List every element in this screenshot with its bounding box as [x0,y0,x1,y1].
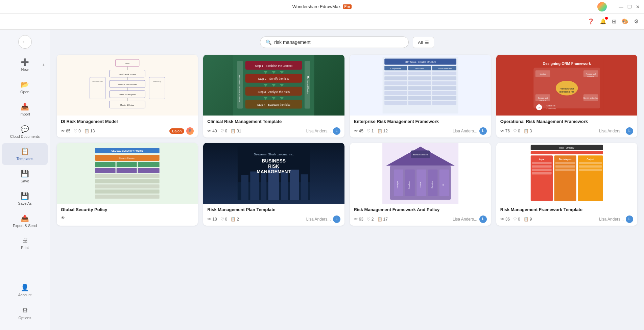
template-card-clinical[interactable]: Step 1 - Establish the Context Step 2 - … [203,55,344,137]
global-meta: 👁 — [61,215,194,220]
orm-author: Lisa Anders... L [599,127,633,135]
template-info-biz-risk: Risk Management Plan Template 👁 18 ♡ 0 📋 [203,204,344,226]
sidebar-item-account[interactable]: 👤 Account [4,279,46,301]
svg-text:Risk Areas: Risk Areas [415,68,424,70]
cloud-icon: 💬 [21,125,29,133]
search-bar[interactable]: 🔍 [260,36,409,48]
new-icon: ➕ [21,58,29,66]
template-card-rm-framework-policy[interactable]: Board of Directors Risk Mgmt Compliance … [350,143,491,226]
likes-icon: ♡ [220,217,224,222]
views-icon: 👁 [207,217,211,222]
user-avatar[interactable] [597,2,607,11]
new-plus-icon[interactable]: + [42,62,45,68]
svg-rect-65 [384,96,407,100]
views-icon: 👁 [500,129,504,133]
search-input[interactable] [274,40,403,45]
svg-text:measure: measure [587,75,594,77]
minimize-button[interactable]: — [619,4,623,9]
theme-icon[interactable]: 🎨 [622,18,628,25]
sidebar-item-open[interactable]: 📂 Open [2,76,48,98]
template-card-rm-strategy[interactable]: Risk - Strategy Input Techniques Output [496,143,637,226]
di-risk-thumb-content: Start Identify a risk process Assess & E… [57,55,198,116]
svg-rect-57 [408,81,431,85]
svg-rect-96 [95,162,116,167]
svg-rect-56 [384,81,407,85]
sidebar-item-export[interactable]: 📤 Export & Send [2,210,48,232]
svg-rect-101 [138,168,160,173]
sidebar-item-print[interactable]: 🖨 Print [2,232,48,254]
views-count: 65 [66,129,70,133]
biz-risk-author: Lisa Anders... L [306,215,340,223]
template-card-biz-risk[interactable]: Beejamin Shah Larona, Inc. BUSINESS RISK… [203,143,344,226]
orm-views: 👁 76 [500,129,510,133]
svg-text:Risk - Strategy: Risk - Strategy [559,147,574,149]
svg-text:Designing ORM Framework: Designing ORM Framework [543,61,591,66]
svg-text:Start: Start [125,62,129,65]
svg-text:Compliance: Compliance [408,180,410,188]
svg-rect-115 [301,174,308,200]
template-card-global[interactable]: GLOBAL SECURITY POLICY Security Category [57,143,198,226]
svg-rect-97 [117,162,137,167]
sidebar-item-cloud[interactable]: 💬 Cloud Documents [2,121,48,143]
sidebar-item-saveas[interactable]: 💾 Save As [2,188,48,209]
sidebar-item-import[interactable]: 📥 Import [2,99,48,120]
svg-rect-148 [532,172,552,175]
import-icon: 📥 [21,103,29,111]
sidebar-item-new[interactable]: ➕ New + [2,54,48,76]
author-avatar: L [479,127,487,135]
likes-count: 1 [372,129,374,133]
template-thumb-clinical: Step 1 - Establish the Context Step 2 - … [203,55,344,116]
orm-likes: ♡ 0 [513,129,520,133]
orm-meta: 👁 76 ♡ 0 📋 3 Lisa Anders... [500,127,633,135]
help-icon[interactable]: ❓ [588,18,594,25]
likes-icon: ♡ [367,129,371,133]
global-views: 👁 — [61,215,70,220]
sidebar-item-templates-label: Templates [16,157,33,161]
svg-rect-103 [95,179,160,183]
maximize-button[interactable]: ❐ [627,4,632,9]
template-thumb-global: GLOBAL SECURITY POLICY Security Category [57,143,198,204]
author-avatar: L [479,215,487,223]
copy-icon: 📋 [231,129,236,133]
template-card-enterprise[interactable]: ERP Areas - Detailed Structure Component… [350,55,491,137]
svg-text:Step 3 - Analyse the risks: Step 3 - Analyse the risks [258,90,290,94]
svg-text:manage: manage [539,99,546,101]
svg-rect-146 [532,165,552,168]
svg-rect-54 [408,76,431,80]
svg-rect-138 [531,151,603,154]
svg-text:Identify and define: Identify and define [583,97,598,99]
global-title: Global Security Policy [61,207,194,213]
template-card-orm[interactable]: Designing ORM Framework Framework for op… [496,55,637,137]
svg-text:Communication: Communication [92,81,103,82]
views-count: 45 [359,129,363,133]
sidebar-item-saveas-label: Save As [18,201,31,205]
notification-icon[interactable]: 🔔 [600,18,606,25]
svg-text:Monitoring: Monitoring [153,81,161,82]
svg-rect-106 [95,195,160,199]
rm-strategy-author: Lisa Anders... L [599,215,633,223]
svg-text:HR: HR [443,183,444,186]
svg-rect-53 [384,76,407,80]
sidebar-item-options[interactable]: ⚙ Options [4,302,46,324]
close-button[interactable]: ✕ [636,4,640,9]
sidebar: ← ➕ New + 📂 Open 📥 Import 💬 Cloud Docume… [0,30,50,330]
di-risk-likes: ♡ 0 [74,129,81,133]
svg-text:Output: Output [587,158,594,161]
settings-icon[interactable]: ⚙ [634,18,639,25]
template-card-di-risk[interactable]: Start Identify a risk process Assess & E… [57,55,198,137]
apps-icon[interactable]: ⊞ [612,18,616,25]
svg-rect-98 [138,162,160,167]
back-button[interactable]: ← [18,35,32,49]
svg-rect-51 [408,72,431,75]
save-icon: 💾 [21,170,29,178]
sidebar-item-save[interactable]: 💾 Save [2,166,48,187]
sidebar-item-templates[interactable]: 📋 Templates [2,143,48,165]
likes-count: 0 [518,217,520,222]
rm-strategy-views: 👁 36 [500,217,510,222]
filter-button[interactable]: All ☰ [413,37,434,48]
sidebar-item-cloud-label: Cloud Documents [10,134,40,138]
svg-rect-151 [555,169,575,171]
sidebar-item-print-label: Print [21,246,29,250]
sidebar-item-open-label: Open [20,90,29,94]
copies-count: 9 [530,217,532,222]
